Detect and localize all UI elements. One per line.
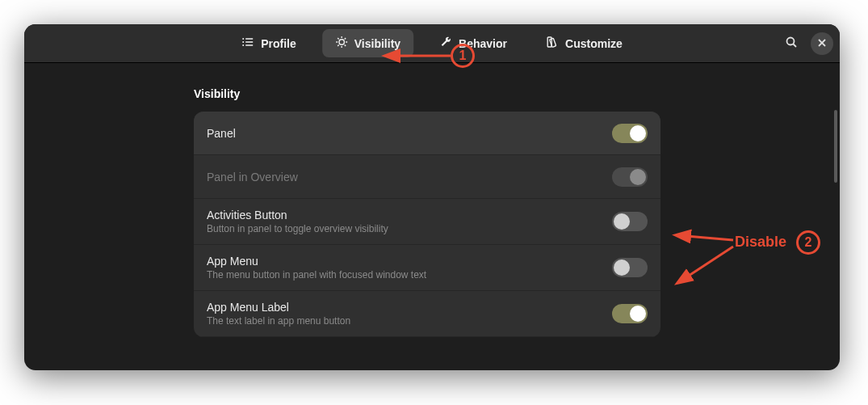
row-title: App Menu bbox=[207, 255, 612, 268]
wrench-icon bbox=[439, 36, 452, 51]
svg-line-12 bbox=[344, 45, 346, 47]
annotation-callout-1: 1 bbox=[451, 44, 475, 68]
tab-profile[interactable]: Profile bbox=[229, 29, 309, 57]
row-activities: Activities Button Button in panel to tog… bbox=[194, 199, 660, 245]
annotation-disable-label: Disable bbox=[735, 234, 786, 251]
close-button[interactable] bbox=[811, 32, 833, 55]
svg-line-13 bbox=[338, 45, 339, 47]
tab-visibility[interactable]: Visibility bbox=[322, 29, 413, 57]
titlebar: Profile Visibility bbox=[24, 24, 840, 63]
settings-window: Profile Visibility bbox=[24, 24, 840, 370]
row-app-menu-label: App Menu Label The text label in app men… bbox=[194, 291, 660, 337]
close-icon bbox=[817, 36, 827, 51]
row-panel-overview: Panel in Overview bbox=[194, 155, 660, 199]
row-subtitle: Button in panel to toggle overview visib… bbox=[207, 223, 612, 234]
toggle-app-menu-label[interactable] bbox=[612, 304, 648, 323]
tab-label: Profile bbox=[261, 37, 296, 50]
svg-point-4 bbox=[242, 41, 244, 43]
search-icon bbox=[785, 36, 798, 52]
svg-rect-16 bbox=[549, 38, 556, 47]
row-app-menu: App Menu The menu button in panel with f… bbox=[194, 245, 660, 291]
row-subtitle: The menu button in panel with focused wi… bbox=[207, 269, 612, 281]
row-title: Activities Button bbox=[207, 209, 612, 221]
tab-customize[interactable]: Customize bbox=[533, 29, 635, 57]
svg-point-6 bbox=[339, 40, 344, 44]
toggle-activities[interactable] bbox=[612, 212, 648, 231]
tab-label: Customize bbox=[565, 37, 623, 50]
annotation-callout-2: 2 bbox=[796, 230, 820, 255]
scrollbar[interactable] bbox=[834, 110, 837, 183]
palette-icon bbox=[546, 36, 559, 51]
svg-point-3 bbox=[242, 38, 244, 40]
svg-point-17 bbox=[787, 37, 795, 44]
section-title: Visibility bbox=[194, 87, 807, 100]
row-title: Panel in Overview bbox=[207, 171, 612, 184]
tab-label: Visibility bbox=[354, 37, 400, 50]
svg-line-18 bbox=[794, 44, 797, 47]
sun-icon bbox=[335, 36, 348, 51]
titlebar-actions bbox=[780, 32, 833, 55]
settings-group: Panel Panel in Overview Activities Butto… bbox=[194, 112, 660, 337]
toggle-panel-overview bbox=[612, 167, 648, 187]
svg-line-14 bbox=[344, 38, 346, 40]
svg-point-5 bbox=[242, 44, 244, 46]
row-title: App Menu Label bbox=[207, 301, 612, 314]
search-button[interactable] bbox=[780, 32, 803, 55]
row-panel: Panel bbox=[194, 112, 660, 155]
row-subtitle: The text label in app menu button bbox=[207, 315, 612, 327]
row-title: Panel bbox=[207, 127, 612, 140]
svg-line-11 bbox=[338, 38, 339, 40]
toggle-panel[interactable] bbox=[612, 124, 648, 143]
list-icon bbox=[241, 36, 254, 51]
toggle-app-menu[interactable] bbox=[612, 258, 648, 277]
tabs: Profile Visibility bbox=[229, 29, 635, 57]
content-area: Visibility Panel Panel in Overview Activ… bbox=[24, 63, 840, 370]
